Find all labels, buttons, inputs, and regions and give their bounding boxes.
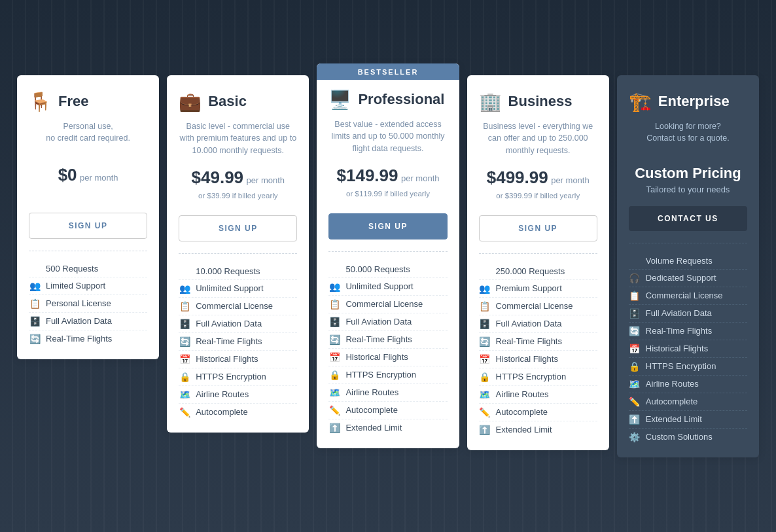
feature-item: 📋 Personal License xyxy=(29,295,147,313)
feature-label: Real-Time Flights xyxy=(46,334,112,344)
feature-item: 500 Requests xyxy=(29,260,147,277)
feature-label: Historical Flights xyxy=(646,344,708,353)
feature-icon: 📅 xyxy=(328,352,340,363)
feature-icon: 🔄 xyxy=(479,336,491,347)
feature-item: ✏️ Autocomplete xyxy=(629,393,747,411)
feature-item: 🎧 Dedicated Support xyxy=(629,270,747,287)
plan-header-free: 🪑 Free xyxy=(29,91,147,113)
feature-icon: ✏️ xyxy=(479,407,491,417)
feature-label: Real-Time Flights xyxy=(345,334,412,344)
feature-label: Full Aviation Data xyxy=(196,319,262,328)
feature-icon: 🔒 xyxy=(179,372,190,382)
feature-icon: ⬆️ xyxy=(629,414,641,425)
feature-icon: ⬆️ xyxy=(328,423,340,433)
plan-card-enterprise: 🏗️ Enterprise Looking for more?Contact u… xyxy=(617,75,759,457)
plan-desc-business: Business level - everything we can offer… xyxy=(479,120,597,157)
price-yearly-business: or $399.99 if billed yearly xyxy=(479,192,597,204)
divider-basic xyxy=(179,253,297,254)
feature-label: Custom Solutions xyxy=(646,432,713,442)
feature-label: 500 Requests xyxy=(46,264,98,274)
plan-name-enterprise: Enterprise xyxy=(658,93,730,110)
feature-item: ⬆️ Extended Limit xyxy=(328,419,447,436)
feature-icon: 🔄 xyxy=(629,326,641,336)
feature-icon: 🎧 xyxy=(629,273,641,283)
feature-item: 🔒 HTTPS Encryption xyxy=(328,366,447,384)
feature-label: Full Aviation Data xyxy=(646,308,712,318)
feature-item: 👥 Unlimited Support xyxy=(179,280,297,298)
plan-card-free: 🪑 Free Personal use,no credit card requi… xyxy=(17,75,159,359)
feature-item: 🗺️ Airline Routes xyxy=(328,384,447,402)
feature-icon: 📋 xyxy=(328,299,340,310)
feature-icon: 👥 xyxy=(29,281,41,291)
feature-label: Airline Routes xyxy=(496,389,549,399)
feature-label: Full Aviation Data xyxy=(496,319,562,328)
feature-label: Real-Time Flights xyxy=(496,336,562,346)
pricing-wrapper: 🪑 Free Personal use,no credit card requi… xyxy=(13,75,763,457)
feature-label: Commercial License xyxy=(646,291,723,300)
feature-label: Unlimited Support xyxy=(196,283,263,293)
feature-item: 📋 Commercial License xyxy=(629,287,747,305)
feature-icon: 🗺️ xyxy=(479,389,491,400)
plan-price-professional: $149.99 per month xyxy=(328,166,447,186)
signup-button-basic[interactable]: SIGN UP xyxy=(179,215,297,241)
feature-label: Autocomplete xyxy=(646,397,698,406)
feature-item: 🗄️ Full Aviation Data xyxy=(479,315,597,333)
feature-item: ⚙️ Custom Solutions xyxy=(629,429,747,446)
feature-item: 👥 Unlimited Support xyxy=(328,278,447,296)
feature-icon: 👥 xyxy=(179,283,190,294)
plan-icon-free: 🪑 xyxy=(29,91,52,113)
feature-icon: 📅 xyxy=(179,354,190,364)
feature-label: Personal License xyxy=(46,298,111,308)
feature-icon: 🗄️ xyxy=(179,319,190,329)
plan-desc-professional: Best value - extended access limits and … xyxy=(328,118,447,155)
feature-item: ✏️ Autocomplete xyxy=(328,402,447,419)
signup-button-free[interactable]: SIGN UP xyxy=(29,213,147,239)
feature-label: Commercial License xyxy=(196,301,273,311)
feature-label: HTTPS Encryption xyxy=(496,372,567,381)
feature-label: HTTPS Encryption xyxy=(345,370,416,380)
feature-item: 👥 Premium Support xyxy=(479,280,597,298)
feature-label: HTTPS Encryption xyxy=(646,361,716,371)
plan-header-business: 🏢 Business xyxy=(479,91,597,113)
feature-icon: 🔄 xyxy=(179,336,190,347)
signup-button-business[interactable]: SIGN UP xyxy=(479,215,597,241)
feature-label: Real-Time Flights xyxy=(196,336,262,346)
feature-label: Commercial License xyxy=(496,301,573,311)
feature-label: Full Aviation Data xyxy=(46,316,112,326)
feature-icon: 📋 xyxy=(479,301,491,311)
feature-item: 250.000 Requests xyxy=(479,263,597,280)
plan-icon-professional: 🖥️ xyxy=(328,89,351,111)
feature-icon: 🗄️ xyxy=(479,319,491,329)
feature-item: 👥 Limited Support xyxy=(29,277,147,295)
feature-icon: 👥 xyxy=(328,281,340,292)
feature-icon: 👥 xyxy=(479,283,491,294)
feature-item: 🔒 HTTPS Encryption xyxy=(629,358,747,376)
feature-label: Autocomplete xyxy=(496,407,548,417)
feature-item: 🔄 Real-Time Flights xyxy=(29,330,147,347)
feature-item: Volume Requests xyxy=(629,253,747,270)
feature-item: 🔄 Real-Time Flights xyxy=(328,331,447,349)
plan-name-professional: Professional xyxy=(358,91,444,108)
feature-icon: ✏️ xyxy=(629,397,641,407)
feature-item: 🔒 HTTPS Encryption xyxy=(479,368,597,386)
feature-item: ⬆️ Extended Limit xyxy=(629,411,747,429)
feature-label: Airline Routes xyxy=(646,379,699,389)
feature-item: 🔄 Real-Time Flights xyxy=(179,333,297,351)
contact-button[interactable]: CONTACT US xyxy=(629,206,747,231)
feature-item: 📅 Historical Flights xyxy=(629,340,747,358)
plan-card-basic: 💼 Basic Basic level - commercial use wit… xyxy=(167,75,309,433)
feature-icon: 🗄️ xyxy=(29,316,41,327)
feature-icon: 🗺️ xyxy=(629,379,641,389)
feature-icon: 🔒 xyxy=(479,372,491,382)
feature-label: 10.000 Requests xyxy=(196,266,260,276)
feature-icon: ⚙️ xyxy=(629,432,641,442)
enterprise-pricing-title: Custom Pricing xyxy=(629,165,747,182)
plan-header-professional: 🖥️ Professional xyxy=(328,89,447,111)
price-yearly-basic: or $39.99 if billed yearly xyxy=(179,192,297,204)
feature-label: Historical Flights xyxy=(345,352,408,362)
feature-label: Autocomplete xyxy=(345,405,398,415)
signup-button-professional[interactable]: SIGN UP xyxy=(328,213,447,239)
feature-item: 50.000 Requests xyxy=(328,261,447,278)
feature-label: Historical Flights xyxy=(496,354,558,364)
feature-icon: 🗄️ xyxy=(629,308,641,319)
